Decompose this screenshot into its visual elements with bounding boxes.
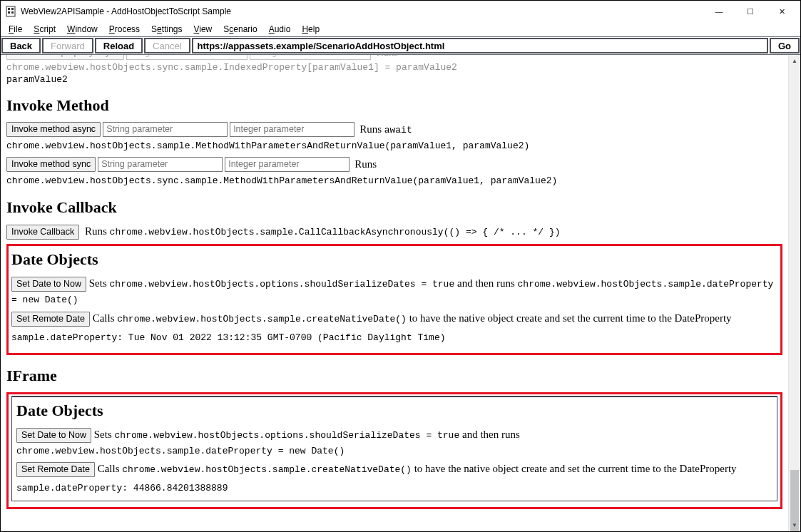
runs-label: Runs (354, 158, 377, 170)
menu-scenario[interactable]: Scenario (218, 24, 262, 35)
scroll-down-icon[interactable]: ▼ (789, 519, 800, 531)
menu-view[interactable]: View (188, 24, 217, 35)
set-now-code2: chrome.webview.hostObjects.sample.datePr… (16, 446, 345, 456)
set-remote-date-button[interactable]: Set Remote Date (11, 312, 90, 327)
runs-label: Runs (376, 55, 398, 58)
invoke-callback-button[interactable]: Invoke Callback (6, 225, 79, 240)
string-value-input[interactable]: String value (250, 55, 371, 60)
integer-parameter-input-async[interactable]: Integer parameter (230, 122, 354, 137)
iframe-date-objects-heading: Date Objects (16, 401, 772, 420)
sync-code: chrome.webview.hostObjects.sync.sample.M… (6, 175, 782, 188)
svg-rect-4 (11, 11, 14, 14)
forward-button[interactable]: Forward (42, 38, 93, 53)
runs-label: Runs await (359, 123, 412, 135)
svg-rect-3 (8, 11, 10, 14)
invoke-method-async-button[interactable]: Invoke method async (6, 122, 101, 137)
and-then-label: and then runs (457, 277, 518, 289)
back-button[interactable]: Back (1, 38, 41, 53)
invoke-method-sync-button[interactable]: Invoke method sync (6, 157, 96, 172)
set-remote-suffix: to have the native object create and set… (414, 463, 737, 474)
app-icon (5, 6, 16, 17)
scroll-up-icon[interactable]: ▲ (789, 55, 800, 67)
invoke-callback-heading: Invoke Callback (6, 198, 782, 217)
calls-label: Calls (98, 463, 123, 474)
iframe-content: Date Objects Set Date to Now Sets chrome… (11, 396, 777, 502)
window-frame: WebView2APISample - AddHostObjectToScrip… (0, 0, 801, 532)
string-parameter-input-async[interactable]: String parameter (103, 122, 228, 137)
date-objects-heading: Date Objects (11, 250, 777, 269)
code-text-cont: paramValue2 (6, 74, 782, 85)
scrollbar[interactable]: ▲ ▼ (788, 55, 800, 531)
set-date-now-button[interactable]: Set Date to Now (11, 277, 86, 292)
menu-process[interactable]: Process (104, 24, 145, 35)
page-content: Set indexed property async Integer index… (1, 55, 788, 531)
menu-file[interactable]: File (4, 24, 27, 35)
iframe-date-objects-highlight: Date Objects Set Date to Now Sets chrome… (6, 392, 782, 510)
menu-settings[interactable]: Settings (146, 24, 187, 35)
set-remote-code: chrome.webview.hostObjects.sample.create… (122, 464, 412, 475)
svg-rect-0 (6, 6, 15, 16)
date-property-result-iframe: sample.dateProperty: 44866.84201388889 (16, 483, 772, 493)
set-indexed-property-async-button[interactable]: Set indexed property async (6, 55, 124, 60)
svg-rect-1 (8, 8, 10, 10)
set-now-code1: chrome.webview.hostObjects.options.shoul… (110, 279, 455, 290)
minimize-button[interactable]: — (703, 1, 735, 21)
address-bar[interactable]: https://appassets.example/ScenarioAddHos… (192, 38, 768, 53)
menu-bar: File Script Window Process Settings View… (1, 22, 800, 36)
go-button[interactable]: Go (770, 38, 800, 53)
svg-rect-2 (11, 8, 14, 10)
invoke-method-heading: Invoke Method (6, 96, 782, 115)
maximize-button[interactable]: ☐ (735, 1, 766, 21)
string-parameter-input-sync[interactable]: String parameter (98, 157, 223, 172)
set-remote-suffix: to have the native object create and set… (409, 312, 732, 324)
menu-audio[interactable]: Audio (264, 24, 296, 35)
date-objects-highlight: Date Objects Set Date to Now Sets chrome… (6, 244, 782, 355)
close-button[interactable]: ✕ (766, 1, 797, 21)
calls-label: Calls (93, 312, 118, 324)
iframe-set-remote-date-button[interactable]: Set Remote Date (16, 462, 95, 477)
date-property-result-main: sample.dateProperty: Tue Nov 01 2022 13:… (11, 332, 777, 343)
set-remote-code: chrome.webview.hostObjects.sample.create… (117, 314, 407, 324)
cancel-button[interactable]: Cancel (144, 38, 190, 53)
sets-label: Sets (94, 429, 115, 440)
and-then-label: and then runs (462, 429, 520, 440)
titlebar: WebView2APISample - AddHostObjectToScrip… (1, 1, 800, 22)
integer-index-input[interactable]: Integer index (126, 55, 248, 60)
async-code: chrome.webview.hostObjects.sample.Method… (6, 140, 782, 153)
sets-label: Sets (89, 277, 110, 289)
set-now-code1: chrome.webview.hostObjects.options.shoul… (115, 430, 460, 441)
code-text: chrome.webview.hostObjects.sync.sample.I… (6, 62, 457, 73)
callback-code: chrome.webview.hostObjects.sample.CallCa… (110, 227, 561, 237)
menu-help[interactable]: Help (297, 24, 325, 35)
menu-window[interactable]: Window (62, 24, 103, 35)
iframe-set-date-now-button[interactable]: Set Date to Now (16, 428, 91, 443)
toolbar: Back Forward Reload Cancel https://appas… (1, 36, 800, 55)
iframe-heading: IFrame (6, 367, 782, 385)
reload-button[interactable]: Reload (95, 38, 143, 53)
runs-label: Runs (85, 225, 110, 237)
window-title: WebView2APISample - AddHostObjectToScrip… (21, 6, 703, 16)
integer-parameter-input-sync[interactable]: Integer parameter (225, 157, 350, 172)
menu-script[interactable]: Script (29, 24, 61, 35)
